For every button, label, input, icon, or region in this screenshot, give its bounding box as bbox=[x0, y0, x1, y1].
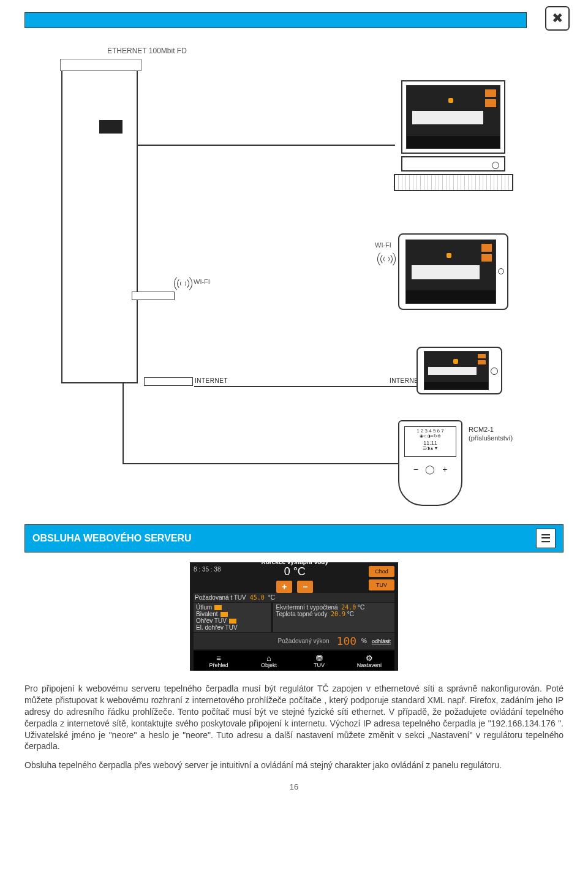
body-text: Pro připojení k webovému serveru tepelné… bbox=[24, 683, 564, 771]
plus-button[interactable]: + bbox=[276, 581, 292, 593]
right-row-1-label: Teplota topné vody bbox=[276, 611, 327, 617]
paragraph-2: Obsluha tepelného čerpadla přes webový s… bbox=[24, 760, 564, 771]
nav-objekt[interactable]: ⌂Objekt bbox=[244, 650, 294, 671]
left-row-1: Bivalent bbox=[196, 611, 218, 617]
nav-prehled[interactable]: ≡Přehled bbox=[194, 650, 244, 671]
correction-title: Korekce výstupní vody bbox=[262, 559, 328, 565]
internet-router bbox=[144, 377, 193, 386]
heat-pump-display bbox=[99, 120, 123, 134]
left-row-2: Ohřev TUV bbox=[196, 617, 227, 624]
logout-link[interactable]: odhlásit bbox=[372, 638, 392, 644]
wifi-router bbox=[132, 292, 175, 300]
server-time: 8 : 35 : 38 bbox=[194, 566, 221, 573]
paragraph-1: Pro připojení k webovému serveru tepelné… bbox=[24, 683, 564, 752]
power-label: Požadovaný výkon bbox=[196, 638, 332, 644]
left-row-0: Útlum bbox=[196, 604, 212, 611]
wifi-label-2: WI-FI bbox=[375, 241, 391, 249]
nav-tuv[interactable]: ⛃TUV bbox=[294, 650, 344, 671]
rcm-display-line1: 1 2 3 4 5 6 7 bbox=[405, 428, 456, 434]
tablet-device bbox=[398, 233, 508, 310]
tuv-button[interactable]: TUV bbox=[369, 579, 394, 590]
right-row-1-unit: °C bbox=[347, 611, 354, 617]
req-tuv-label: Požadovaná t TUV bbox=[195, 594, 246, 601]
header-bar bbox=[24, 12, 527, 28]
req-tuv-unit: °C bbox=[268, 594, 275, 601]
wifi-icon bbox=[173, 273, 194, 294]
wifi-icon bbox=[376, 249, 397, 270]
web-server-screenshot: 8 : 35 : 38 Korekce výstupní vody 0 °C +… bbox=[190, 562, 398, 671]
ethernet-label: ETHERNET 100Mbit FD bbox=[107, 47, 187, 55]
right-row-1-value: 20.9 bbox=[331, 611, 345, 617]
page-number: 16 bbox=[24, 782, 564, 791]
rcm-label: RCM2-1 (příslušentství) bbox=[469, 425, 513, 443]
correction-value: 0 °C bbox=[262, 565, 328, 578]
req-tuv-value: 45.0 bbox=[250, 594, 265, 601]
connection-diagram: ETHERNET 100Mbit FD WI-FI WI-FI bbox=[61, 47, 527, 512]
rcm-display-time: 11:11 bbox=[405, 440, 456, 446]
right-row-0-label: Ekvitermní t vypočtená bbox=[276, 604, 337, 611]
right-row-0-unit: °C bbox=[358, 604, 364, 611]
power-unit: % bbox=[361, 638, 367, 644]
smartphone-device bbox=[417, 347, 502, 394]
right-row-0-value: 24.0 bbox=[341, 604, 356, 611]
wifi-label-1: WI-FI bbox=[194, 278, 210, 285]
nav-nastaveni[interactable]: ⚙Nastavení bbox=[344, 650, 394, 671]
mode-button[interactable]: Chod bbox=[369, 566, 394, 577]
rcm-accessory: 1 2 3 4 5 6 7 ◉⊂◑≡↻⊕ 11:11 ☰◑▲▼ − ◯ + bbox=[398, 420, 462, 506]
desktop-computer bbox=[392, 80, 514, 191]
minus-button[interactable]: − bbox=[297, 581, 313, 593]
tools-icon: ✖ bbox=[545, 6, 570, 31]
heat-pump-unit bbox=[61, 65, 138, 383]
internet-label-1: INTERNET bbox=[195, 377, 228, 384]
left-row-3: El. dohřev TUV bbox=[196, 624, 238, 631]
menu-icon: ☰ bbox=[536, 529, 556, 548]
power-value: 100 bbox=[337, 635, 357, 647]
section-header: OBSLUHA WEBOVÉHO SERVERU ☰ bbox=[24, 524, 564, 552]
section-title: OBSLUHA WEBOVÉHO SERVERU bbox=[32, 533, 192, 544]
